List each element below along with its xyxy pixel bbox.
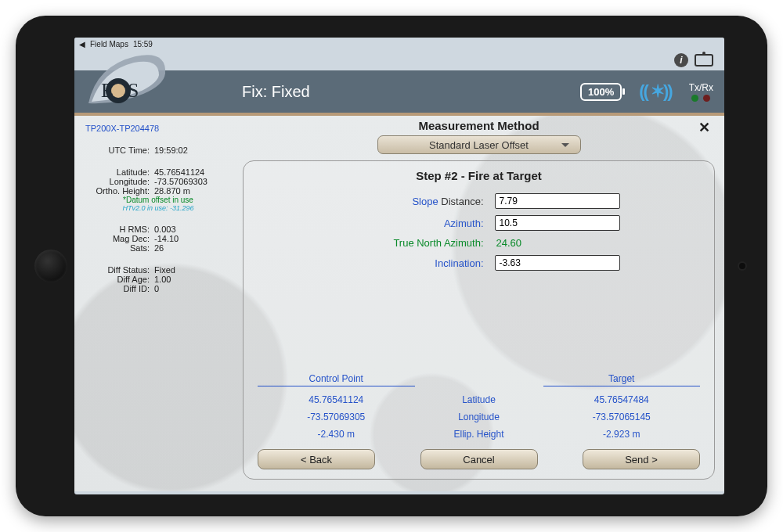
tools-icon[interactable]: ✕	[698, 119, 710, 136]
measurement-heading-text: Measurement Method	[418, 119, 539, 132]
diffstatus-label: Diff Status:	[85, 265, 154, 275]
measurement-heading: Measurement Method ✕	[243, 119, 715, 132]
info-sidebar: TP200X-TP204478 UTC Time:19:59:02 Latitu…	[74, 116, 239, 306]
t-lon: -73.57065145	[543, 410, 701, 424]
device-id: TP200X-TP204478	[85, 124, 231, 133]
cp-lat: 45.76541124	[258, 393, 415, 407]
back-button[interactable]: < Back	[258, 449, 375, 469]
fix-status: Fix: Fixed	[242, 83, 310, 101]
diffid-label: Diff ID:	[85, 284, 154, 293]
magdec-value: -14.10	[154, 234, 179, 243]
hrms-label: H RMS:	[85, 225, 154, 234]
azimuth-label: Azimuth:	[338, 217, 495, 229]
txrx-label: Tx/Rx	[689, 82, 713, 93]
target-header: Target	[543, 373, 701, 386]
top-strip: i	[74, 50, 724, 70]
screen: ◀ Field Maps 15:59 i E S Fix: Fixe	[74, 38, 724, 494]
button-row: < Back Cancel Send >	[258, 449, 700, 469]
measurement-content: Measurement Method ✕ Standard Laser Offs…	[243, 119, 715, 485]
sats-label: Sats:	[85, 243, 154, 253]
coords-table: Control Point Target 45.76541124 Latitud…	[258, 373, 700, 441]
sats-value: 26	[154, 243, 164, 253]
info-icon[interactable]: i	[674, 53, 688, 67]
main-area: TP200X-TP204478 UTC Time:19:59:02 Latitu…	[74, 116, 724, 491]
hrms-value: 0.003	[154, 225, 176, 234]
datum-note: *Datum offset in use	[85, 196, 231, 204]
inclination-label: Inclination:	[338, 257, 495, 269]
tx-dot	[691, 95, 698, 102]
ios-status-bar: ◀ Field Maps 15:59	[74, 38, 724, 50]
method-dropdown[interactable]: Standard Laser Offset	[377, 135, 581, 154]
rx-dot	[703, 95, 710, 102]
diffid-value: 0	[154, 284, 159, 293]
txrx-indicator: Tx/Rx	[689, 82, 713, 102]
coord-lat-label: Latitude	[424, 393, 534, 407]
utc-value: 19:59:02	[154, 146, 188, 155]
magdec-label: Mag Dec:	[85, 234, 154, 243]
diffage-label: Diff Age:	[85, 275, 154, 284]
ortho-height-label: Ortho. Height:	[85, 186, 154, 196]
t-lat: 45.76547484	[543, 393, 701, 407]
diffage-value: 1.00	[154, 275, 171, 284]
status-time: 15:59	[133, 40, 153, 49]
t-eh: -2.923 m	[543, 427, 701, 441]
battery-indicator: 100%	[580, 83, 622, 101]
lat-label: Latitude:	[85, 167, 154, 177]
lon-value: -73.57069303	[154, 177, 207, 186]
utc-label: UTC Time:	[85, 146, 154, 155]
htv-note: HTv2.0 in use: -31.296	[85, 204, 231, 212]
front-camera	[739, 263, 745, 269]
bluetooth-icon[interactable]: (( ✶))	[639, 81, 671, 102]
slope-distance-input[interactable]	[495, 193, 620, 209]
svg-point-1	[111, 84, 125, 98]
home-button[interactable]	[34, 250, 67, 282]
slope-distance-label: Slope Distance:	[338, 196, 495, 207]
lon-label: Longitude:	[85, 177, 154, 186]
send-button[interactable]: Send >	[583, 449, 700, 469]
method-dropdown-value: Standard Laser Offset	[429, 139, 529, 151]
cp-lon: -73.57069305	[258, 410, 415, 424]
svg-text:E: E	[101, 79, 114, 102]
svg-point-0	[106, 78, 131, 103]
inputs-group: Slope Distance: Azimuth: True North Azim…	[338, 193, 620, 277]
battery-value: 100%	[588, 86, 614, 98]
ipad-frame: ◀ Field Maps 15:59 i E S Fix: Fixe	[16, 16, 767, 516]
lat-value: 45.76541124	[154, 167, 204, 177]
true-north-value: 24.60	[495, 237, 522, 249]
cp-eh: -2.430 m	[258, 427, 415, 441]
diffstatus-value: Fixed	[154, 265, 175, 275]
svg-text:S: S	[128, 79, 139, 102]
back-to-app-icon[interactable]: ◀	[79, 40, 85, 49]
back-to-app-label[interactable]: Field Maps	[90, 40, 128, 49]
coord-lon-label: Longitude	[424, 410, 534, 424]
app-header: E S Fix: Fixed 100% (( ✶)) Tx/Rx	[74, 70, 724, 116]
orientation-icon[interactable]	[695, 54, 713, 66]
control-point-header: Control Point	[258, 373, 415, 386]
step-title: Step #2 - Fire at Target	[258, 169, 700, 182]
ortho-height-value: 28.870 m	[154, 186, 190, 196]
azimuth-input[interactable]	[495, 215, 620, 231]
cancel-button[interactable]: Cancel	[420, 449, 538, 469]
inclination-input[interactable]	[495, 255, 620, 271]
step-panel: Step #2 - Fire at Target Slope Distance:…	[243, 160, 715, 480]
true-north-label: True North Azimuth:	[338, 237, 495, 249]
coord-eh-label: Ellip. Height	[424, 427, 534, 441]
